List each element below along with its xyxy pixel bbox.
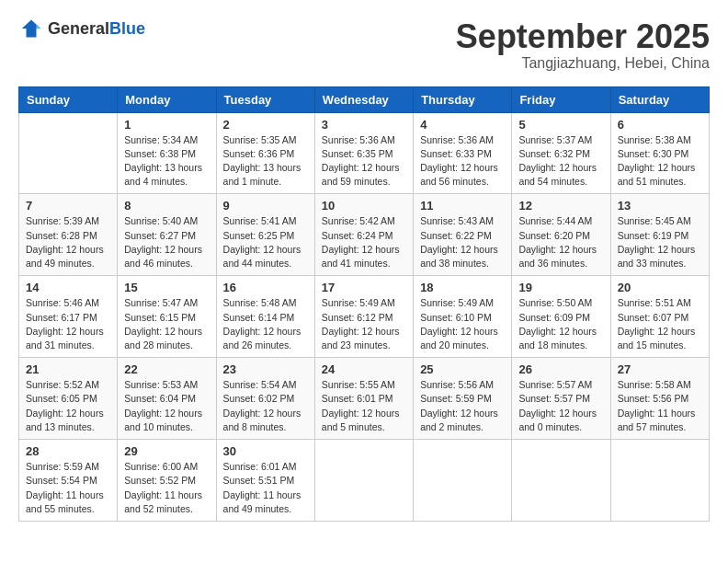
col-saturday: Saturday	[610, 86, 709, 112]
day-number: 19	[518, 281, 603, 294]
day-info: Sunrise: 5:49 AMSunset: 6:12 PMDaylight:…	[322, 296, 406, 352]
day-number: 10	[322, 199, 406, 213]
day-info: Sunrise: 5:52 AMSunset: 6:05 PMDaylight:…	[26, 378, 110, 434]
location-title: Tangjiazhuang, Hebei, China	[456, 55, 710, 72]
calendar-cell	[414, 440, 512, 522]
calendar-cell: 13Sunrise: 5:45 AMSunset: 6:19 PMDayligh…	[610, 194, 709, 276]
week-row-4: 21Sunrise: 5:52 AMSunset: 6:05 PMDayligh…	[19, 358, 710, 440]
calendar-cell: 24Sunrise: 5:55 AMSunset: 6:01 PMDayligh…	[314, 358, 413, 440]
col-monday: Monday	[118, 86, 216, 112]
day-number: 12	[518, 199, 603, 213]
day-number: 24	[322, 362, 406, 376]
day-number: 7	[26, 199, 110, 213]
day-info: Sunrise: 5:36 AMSunset: 6:33 PMDaylight:…	[420, 133, 505, 190]
day-info: Sunrise: 6:01 AMSunset: 5:51 PMDaylight:…	[223, 460, 308, 516]
calendar-cell	[610, 440, 709, 522]
day-number: 17	[322, 281, 406, 294]
logo-icon	[18, 18, 44, 39]
col-thursday: Thursday	[414, 86, 512, 112]
calendar-cell: 14Sunrise: 5:46 AMSunset: 6:17 PMDayligh…	[19, 276, 118, 358]
calendar-header: Sunday Monday Tuesday Wednesday Thursday…	[19, 86, 710, 112]
col-wednesday: Wednesday	[314, 86, 413, 112]
day-info: Sunrise: 5:37 AMSunset: 6:32 PMDaylight:…	[518, 133, 603, 190]
col-sunday: Sunday	[19, 86, 118, 112]
day-number: 9	[223, 199, 308, 213]
day-info: Sunrise: 5:58 AMSunset: 5:56 PMDaylight:…	[618, 378, 702, 434]
day-info: Sunrise: 5:45 AMSunset: 6:19 PMDaylight:…	[618, 214, 702, 270]
calendar-cell: 12Sunrise: 5:44 AMSunset: 6:20 PMDayligh…	[512, 194, 610, 276]
calendar-cell: 17Sunrise: 5:49 AMSunset: 6:12 PMDayligh…	[314, 276, 413, 358]
week-row-1: 1Sunrise: 5:34 AMSunset: 6:38 PMDaylight…	[19, 112, 710, 194]
calendar-cell: 9Sunrise: 5:41 AMSunset: 6:25 PMDaylight…	[216, 194, 314, 276]
week-row-5: 28Sunrise: 5:59 AMSunset: 5:54 PMDayligh…	[19, 440, 710, 522]
day-number: 4	[420, 118, 505, 132]
day-number: 16	[223, 281, 308, 294]
day-number: 29	[124, 444, 209, 458]
day-info: Sunrise: 5:50 AMSunset: 6:09 PMDaylight:…	[518, 296, 603, 352]
calendar-cell: 7Sunrise: 5:39 AMSunset: 6:28 PMDaylight…	[19, 194, 118, 276]
calendar-cell: 22Sunrise: 5:53 AMSunset: 6:04 PMDayligh…	[118, 358, 216, 440]
calendar-cell: 29Sunrise: 6:00 AMSunset: 5:52 PMDayligh…	[118, 440, 216, 522]
logo-blue: Blue	[109, 20, 145, 37]
calendar-cell: 25Sunrise: 5:56 AMSunset: 5:59 PMDayligh…	[414, 358, 512, 440]
header: General Blue September 2025 Tangjiazhuan…	[18, 18, 710, 72]
calendar-body: 1Sunrise: 5:34 AMSunset: 6:38 PMDaylight…	[19, 112, 710, 521]
svg-marker-1	[37, 24, 41, 29]
day-number: 23	[223, 362, 308, 376]
day-number: 2	[223, 118, 308, 132]
day-number: 25	[420, 362, 505, 376]
calendar-cell: 20Sunrise: 5:51 AMSunset: 6:07 PMDayligh…	[610, 276, 709, 358]
week-row-3: 14Sunrise: 5:46 AMSunset: 6:17 PMDayligh…	[19, 276, 710, 358]
calendar-cell: 3Sunrise: 5:36 AMSunset: 6:35 PMDaylight…	[314, 112, 413, 194]
calendar-cell	[19, 112, 118, 194]
day-number: 27	[618, 362, 702, 376]
title-area: September 2025 Tangjiazhuang, Hebei, Chi…	[456, 18, 710, 72]
day-info: Sunrise: 5:49 AMSunset: 6:10 PMDaylight:…	[420, 296, 505, 352]
calendar-cell: 27Sunrise: 5:58 AMSunset: 5:56 PMDayligh…	[610, 358, 709, 440]
day-info: Sunrise: 5:34 AMSunset: 6:38 PMDaylight:…	[124, 133, 209, 190]
day-number: 11	[420, 199, 505, 213]
day-info: Sunrise: 5:47 AMSunset: 6:15 PMDaylight:…	[124, 296, 209, 352]
day-info: Sunrise: 5:36 AMSunset: 6:35 PMDaylight:…	[322, 133, 406, 190]
day-number: 14	[26, 281, 110, 294]
logo: General Blue	[18, 18, 145, 39]
day-info: Sunrise: 5:42 AMSunset: 6:24 PMDaylight:…	[322, 214, 406, 270]
day-number: 28	[26, 444, 110, 458]
day-info: Sunrise: 5:38 AMSunset: 6:30 PMDaylight:…	[618, 133, 702, 190]
calendar-cell: 1Sunrise: 5:34 AMSunset: 6:38 PMDaylight…	[118, 112, 216, 194]
logo-general: General	[48, 20, 109, 37]
day-number: 18	[420, 281, 505, 294]
day-number: 3	[322, 118, 406, 132]
calendar-cell: 11Sunrise: 5:43 AMSunset: 6:22 PMDayligh…	[414, 194, 512, 276]
day-number: 15	[124, 281, 209, 294]
month-title: September 2025	[456, 18, 710, 55]
calendar-cell: 26Sunrise: 5:57 AMSunset: 5:57 PMDayligh…	[512, 358, 610, 440]
header-row: Sunday Monday Tuesday Wednesday Thursday…	[19, 86, 710, 112]
col-tuesday: Tuesday	[216, 86, 314, 112]
calendar-cell: 19Sunrise: 5:50 AMSunset: 6:09 PMDayligh…	[512, 276, 610, 358]
calendar-cell	[314, 440, 413, 522]
day-number: 30	[223, 444, 308, 458]
day-info: Sunrise: 5:46 AMSunset: 6:17 PMDaylight:…	[26, 296, 110, 352]
calendar-cell: 21Sunrise: 5:52 AMSunset: 6:05 PMDayligh…	[19, 358, 118, 440]
day-number: 8	[124, 199, 209, 213]
day-info: Sunrise: 5:56 AMSunset: 5:59 PMDaylight:…	[420, 378, 505, 434]
logo-text: General Blue	[48, 20, 145, 37]
day-number: 6	[618, 118, 702, 132]
day-info: Sunrise: 5:54 AMSunset: 6:02 PMDaylight:…	[223, 378, 308, 434]
day-info: Sunrise: 5:40 AMSunset: 6:27 PMDaylight:…	[124, 214, 209, 270]
calendar-cell: 8Sunrise: 5:40 AMSunset: 6:27 PMDaylight…	[118, 194, 216, 276]
day-info: Sunrise: 5:51 AMSunset: 6:07 PMDaylight:…	[618, 296, 702, 352]
calendar-cell	[512, 440, 610, 522]
calendar-cell: 23Sunrise: 5:54 AMSunset: 6:02 PMDayligh…	[216, 358, 314, 440]
week-row-2: 7Sunrise: 5:39 AMSunset: 6:28 PMDaylight…	[19, 194, 710, 276]
calendar-cell: 10Sunrise: 5:42 AMSunset: 6:24 PMDayligh…	[314, 194, 413, 276]
day-info: Sunrise: 5:41 AMSunset: 6:25 PMDaylight:…	[223, 214, 308, 270]
day-info: Sunrise: 5:57 AMSunset: 5:57 PMDaylight:…	[518, 378, 603, 434]
day-info: Sunrise: 5:44 AMSunset: 6:20 PMDaylight:…	[518, 214, 603, 270]
calendar-cell: 4Sunrise: 5:36 AMSunset: 6:33 PMDaylight…	[414, 112, 512, 194]
calendar: Sunday Monday Tuesday Wednesday Thursday…	[18, 86, 710, 522]
day-info: Sunrise: 5:35 AMSunset: 6:36 PMDaylight:…	[223, 133, 308, 190]
day-info: Sunrise: 5:43 AMSunset: 6:22 PMDaylight:…	[420, 214, 505, 270]
calendar-cell: 2Sunrise: 5:35 AMSunset: 6:36 PMDaylight…	[216, 112, 314, 194]
